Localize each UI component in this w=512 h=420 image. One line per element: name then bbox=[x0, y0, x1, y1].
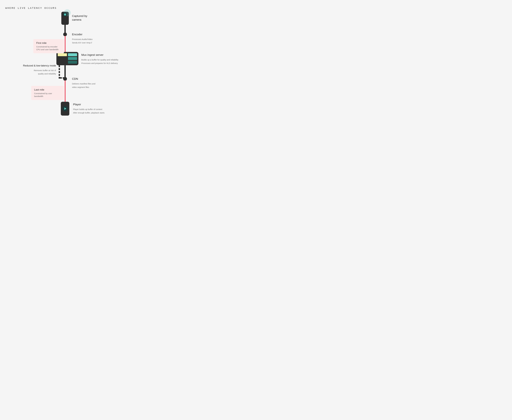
cdn-label: CDN Delivers manifest files and video se… bbox=[72, 77, 95, 89]
encoder-title: Encoder bbox=[72, 32, 93, 36]
camera-lens-icon bbox=[63, 13, 67, 16]
connector-server-cdn bbox=[64, 65, 66, 77]
dashed-connector bbox=[59, 68, 60, 70]
last-mile-callout: Last mile Constrained by user bandwidth bbox=[31, 86, 64, 100]
diagram-title: WHERE LIVE LATENCY OCCURS bbox=[5, 7, 57, 10]
first-mile-callout: First mile Constrained by encoder CPU an… bbox=[33, 39, 64, 53]
dashed-connector bbox=[63, 77, 64, 79]
player-desc: Player builds up buffer of content After… bbox=[73, 108, 105, 114]
camera-icon bbox=[61, 12, 69, 25]
encoder-desc: Processes Audio/Video Sends A/V over rtm… bbox=[72, 38, 93, 44]
play-triangle-icon bbox=[64, 107, 66, 110]
server-desc: Builds up a buffer for quality and relia… bbox=[81, 58, 118, 65]
last-mile-title: Last mile bbox=[34, 88, 61, 91]
dashed-connector bbox=[59, 71, 60, 73]
server-cell-icon bbox=[68, 61, 77, 64]
player-icon bbox=[61, 102, 69, 116]
last-mile-desc: Constrained by user bandwidth bbox=[34, 92, 61, 98]
first-mile-desc: Constrained by encoder CPU and user band… bbox=[36, 45, 61, 51]
encoder-label: Encoder Processes Audio/Video Sends A/V … bbox=[72, 32, 93, 44]
reduced-latency-label: Reduced & low-latency mode Removes buffe… bbox=[20, 64, 56, 75]
server-icon bbox=[56, 52, 78, 65]
play-circle-icon bbox=[62, 106, 68, 111]
player-title: Player bbox=[73, 103, 105, 106]
server-cell-icon bbox=[68, 53, 77, 56]
server-title: Mux ingest server bbox=[81, 53, 118, 57]
cdn-title: CDN bbox=[72, 77, 95, 81]
reduced-desc: Removes buffer at risk of quality and re… bbox=[20, 69, 56, 75]
first-mile-title: First mile bbox=[36, 42, 61, 45]
connector-last-mile bbox=[65, 80, 66, 102]
camera-label: Captured by camera bbox=[72, 14, 87, 23]
encoder-node-icon bbox=[63, 32, 67, 36]
reduced-title: Reduced & low-latency mode bbox=[20, 64, 56, 68]
cdn-desc: Delivers manifest files and video segmen… bbox=[72, 82, 95, 89]
server-cell-icon bbox=[58, 53, 67, 56]
server-label: Mux ingest server Builds up a buffer for… bbox=[81, 53, 118, 65]
dashed-connector bbox=[59, 65, 60, 67]
dashed-connector bbox=[59, 77, 60, 79]
player-label: Player Player builds up buffer of conten… bbox=[73, 103, 105, 114]
dashed-connector bbox=[59, 74, 60, 76]
server-cell-icon bbox=[68, 57, 77, 60]
connector-first-mile bbox=[65, 36, 66, 52]
camera-title: Captured by camera bbox=[72, 14, 87, 22]
latency-diagram: Captured by camera Encoder Processes Aud… bbox=[0, 9, 160, 131]
connector-camera-encoder bbox=[64, 25, 66, 33]
dashed-connector bbox=[60, 77, 62, 79]
